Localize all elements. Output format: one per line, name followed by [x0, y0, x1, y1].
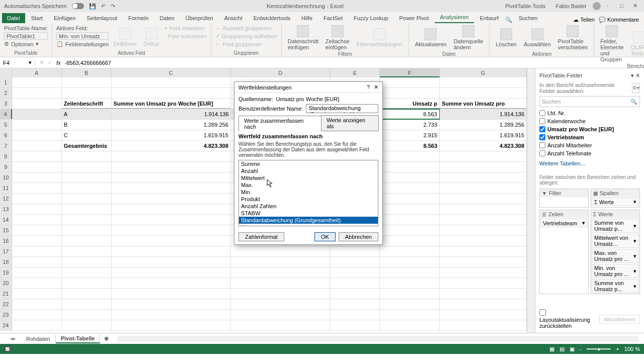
row-number[interactable]: 7	[0, 141, 12, 151]
comments-button[interactable]: 💬 Kommentare	[599, 17, 639, 23]
cell[interactable]	[380, 236, 440, 246]
cell[interactable]	[112, 162, 231, 172]
cell[interactable]	[62, 278, 112, 288]
cell[interactable]	[62, 88, 112, 98]
change-source[interactable]: Datenquelle ändern	[452, 24, 486, 51]
cell[interactable]	[12, 246, 62, 256]
cell[interactable]	[112, 310, 231, 320]
cell[interactable]	[380, 151, 440, 161]
cell[interactable]: 8.563	[380, 141, 440, 151]
row-number[interactable]: 16	[0, 236, 12, 246]
cell[interactable]	[380, 88, 440, 98]
col-e[interactable]: E	[330, 68, 380, 77]
tab-analyze[interactable]: Analysieren	[435, 12, 473, 23]
col-g[interactable]: G	[440, 68, 527, 77]
cell[interactable]	[112, 194, 231, 204]
cell[interactable]	[440, 320, 527, 330]
value-area-item[interactable]: Mittelwert von Umsatz...▾	[592, 234, 639, 248]
function-item[interactable]: Min.	[239, 189, 378, 196]
cell[interactable]	[12, 162, 62, 172]
cell[interactable]	[112, 204, 231, 214]
cell[interactable]	[112, 278, 231, 288]
cell[interactable]	[112, 236, 231, 246]
cell[interactable]	[12, 204, 62, 214]
row-number[interactable]: 20	[0, 278, 12, 288]
cell[interactable]	[12, 299, 62, 309]
row-number[interactable]: 6	[0, 130, 12, 140]
cell[interactable]	[380, 162, 440, 172]
select-button[interactable]: Auswählen	[522, 24, 553, 51]
view-normal-icon[interactable]: ▦	[549, 346, 554, 352]
undo-icon[interactable]: ↶	[101, 3, 106, 10]
cell[interactable]	[62, 194, 112, 204]
tab-insert[interactable]: Einfügen	[49, 13, 80, 23]
col-c[interactable]: C	[111, 68, 230, 77]
cell[interactable]	[112, 151, 231, 161]
cell[interactable]	[62, 310, 112, 320]
view-layout-icon[interactable]: ▤	[559, 346, 565, 352]
cell[interactable]	[440, 225, 527, 235]
cell[interactable]: 1.914.136	[112, 109, 231, 119]
function-item[interactable]: STABW	[239, 210, 378, 217]
row-number[interactable]: 17	[0, 246, 12, 256]
tab-file[interactable]: Datei	[2, 13, 25, 23]
cell[interactable]: 1.619.915	[440, 130, 527, 140]
function-item[interactable]: Standardabweichung (Grundgesamtheit)	[239, 217, 378, 224]
row-number[interactable]: 22	[0, 299, 12, 309]
cell[interactable]	[112, 257, 231, 267]
tab-dev[interactable]: Entwicklertools	[249, 13, 295, 23]
cell[interactable]: Summe von Umsatz pro Woche [EUR]	[112, 99, 231, 109]
autosave-toggle[interactable]	[72, 3, 84, 9]
cell[interactable]	[62, 267, 112, 278]
cell[interactable]	[112, 183, 231, 193]
row-area-item[interactable]: Vertriebsteam▾	[540, 219, 588, 227]
formula-bar[interactable]: -8563,4266666667	[65, 60, 111, 66]
value-area-item[interactable]: Min. von Umsatz pro ...▾	[592, 264, 639, 278]
row-number[interactable]: 24	[0, 320, 12, 330]
cell[interactable]	[380, 278, 440, 288]
cell[interactable]: 8.563	[380, 109, 440, 120]
tab-layout[interactable]: Seitenlayout	[82, 13, 122, 23]
name-box[interactable]: F4▾	[0, 59, 35, 66]
max-window-icon[interactable]: □	[620, 3, 627, 10]
cell[interactable]: 2.915	[380, 130, 440, 140]
min-window-icon[interactable]: -	[607, 3, 614, 10]
cell[interactable]	[440, 151, 527, 161]
tab-powerpivot[interactable]: Power Pivot	[394, 13, 434, 23]
cell[interactable]	[62, 77, 112, 87]
tab-showas[interactable]: Werte anzeigen als	[321, 115, 379, 131]
cell[interactable]	[12, 257, 62, 267]
pt-options[interactable]: ⚙ Optionen ▾	[4, 40, 48, 48]
cell[interactable]	[440, 310, 527, 320]
clear-button[interactable]: Löschen	[494, 24, 519, 51]
cell[interactable]	[12, 120, 62, 130]
cell[interactable]	[440, 257, 527, 267]
cell[interactable]	[62, 299, 112, 309]
cell[interactable]	[12, 289, 62, 299]
ok-button[interactable]: OK	[314, 232, 336, 241]
cell[interactable]	[12, 99, 62, 109]
cell[interactable]	[231, 246, 331, 256]
row-number[interactable]: 14	[0, 215, 12, 225]
cell[interactable]	[380, 246, 440, 256]
cell[interactable]: 1.619.915	[112, 130, 231, 140]
chevron-down-icon[interactable]: ▾	[29, 59, 32, 66]
insert-slicer[interactable]: Datenschnitt einfügen	[286, 24, 320, 51]
row-number[interactable]: 8	[0, 151, 12, 161]
cell[interactable]	[440, 289, 527, 299]
share-button[interactable]: ☁ Teilen	[573, 17, 595, 23]
cell[interactable]	[380, 194, 440, 204]
row-number[interactable]: 15	[0, 225, 12, 235]
zoom-level[interactable]: 100 %	[624, 346, 640, 352]
save-icon[interactable]: 💾	[89, 3, 96, 10]
cell[interactable]	[112, 88, 231, 98]
cell[interactable]	[330, 246, 380, 256]
cell[interactable]: 1.289.256	[112, 120, 231, 130]
cell[interactable]	[62, 225, 112, 235]
pane-dropdown-icon[interactable]: ▾	[631, 72, 634, 78]
cell[interactable]	[380, 215, 440, 225]
function-item[interactable]: Anzahl Zahlen	[239, 203, 378, 210]
vertical-scrollbar[interactable]	[527, 68, 535, 333]
cell[interactable]	[440, 77, 527, 87]
function-item[interactable]: Var	[239, 224, 378, 226]
